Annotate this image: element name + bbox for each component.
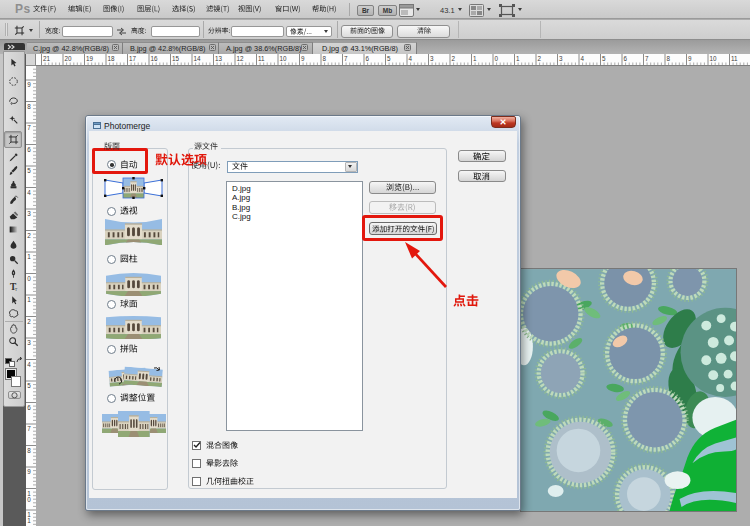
svg-text:3: 3 <box>430 55 434 62</box>
svg-text:6: 6 <box>27 403 31 410</box>
svg-text:3: 3 <box>27 339 31 346</box>
svg-text:4: 4 <box>27 360 31 367</box>
svg-text:9: 9 <box>27 81 31 88</box>
svg-text:13: 13 <box>215 55 223 62</box>
svg-text:8: 8 <box>27 102 31 109</box>
svg-text:17: 17 <box>129 55 137 62</box>
svg-text:7: 7 <box>645 55 649 62</box>
svg-text:16: 16 <box>151 55 159 62</box>
svg-text:2: 2 <box>27 231 31 238</box>
svg-text:1: 1 <box>27 296 31 303</box>
svg-text:14: 14 <box>194 55 202 62</box>
svg-text:3: 3 <box>27 210 31 217</box>
svg-text:0: 0 <box>27 495 31 502</box>
svg-text:9: 9 <box>688 55 692 62</box>
svg-text:6: 6 <box>624 55 628 62</box>
svg-text:1: 1 <box>516 55 520 62</box>
svg-text:11: 11 <box>731 55 738 62</box>
svg-text:19: 19 <box>86 55 94 62</box>
svg-text:7: 7 <box>344 55 348 62</box>
svg-text:0: 0 <box>495 55 499 62</box>
svg-text:8: 8 <box>323 55 327 62</box>
svg-text:7: 7 <box>27 425 31 432</box>
svg-text:1: 1 <box>27 517 31 524</box>
svg-text:8: 8 <box>27 446 31 453</box>
svg-text:18: 18 <box>108 55 116 62</box>
svg-text:5: 5 <box>602 55 606 62</box>
svg-text:4: 4 <box>409 55 413 62</box>
svg-text:5: 5 <box>27 382 31 389</box>
svg-text:T: T <box>14 286 17 291</box>
svg-text:0: 0 <box>27 274 31 281</box>
svg-text:12: 12 <box>237 55 245 62</box>
svg-text:10: 10 <box>710 55 718 62</box>
svg-text:9: 9 <box>301 55 305 62</box>
svg-text:3: 3 <box>559 55 563 62</box>
svg-text:8: 8 <box>667 55 671 62</box>
svg-text:10: 10 <box>280 55 288 62</box>
svg-text:7: 7 <box>27 124 31 131</box>
svg-text:5: 5 <box>387 55 391 62</box>
svg-text:2: 2 <box>538 55 542 62</box>
svg-text:11: 11 <box>258 55 265 62</box>
svg-text:2: 2 <box>27 317 31 324</box>
svg-text:15: 15 <box>172 55 180 62</box>
svg-text:4: 4 <box>581 55 585 62</box>
svg-text:2: 2 <box>452 55 456 62</box>
svg-text:6: 6 <box>27 145 31 152</box>
svg-text:1: 1 <box>27 253 31 260</box>
svg-text:21: 21 <box>43 55 51 62</box>
svg-text:9: 9 <box>27 468 31 475</box>
svg-text:20: 20 <box>65 55 73 62</box>
svg-text:1: 1 <box>473 55 477 62</box>
svg-text:4: 4 <box>27 188 31 195</box>
svg-text:5: 5 <box>27 167 31 174</box>
svg-text:6: 6 <box>366 55 370 62</box>
